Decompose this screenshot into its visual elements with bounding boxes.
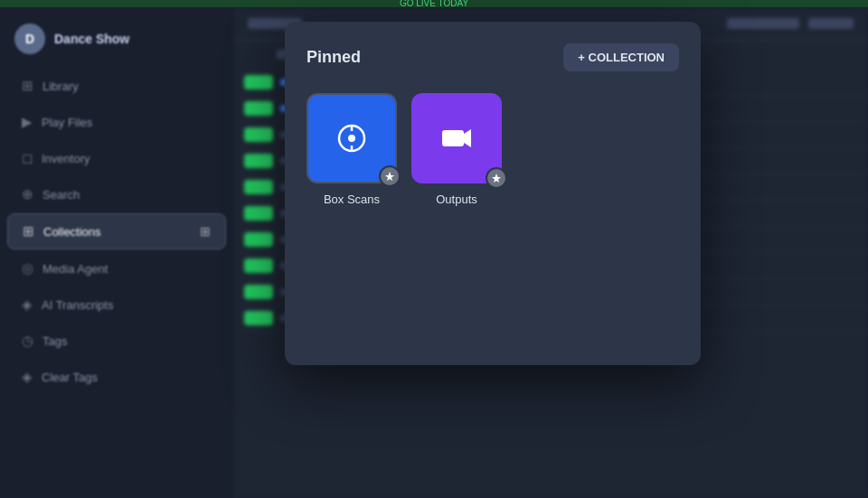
top-bar: GO LIVE TODAY	[0, 0, 868, 7]
svg-point-1	[348, 135, 355, 142]
svg-rect-4	[442, 130, 464, 146]
collection-item-outputs[interactable]: Outputs	[411, 93, 502, 206]
popup: Pinned + COLLECTION	[285, 22, 701, 365]
app-container: D Dance Show ⊞ Library ▶ Play Files ◻ In…	[0, 7, 868, 498]
collection-icon-bg-outputs	[411, 93, 502, 183]
collection-icon-bg-box-scans	[307, 93, 397, 183]
svg-marker-5	[464, 129, 471, 147]
pin-badge	[486, 167, 507, 189]
add-collection-button[interactable]: + COLLECTION	[563, 43, 679, 71]
satellite-icon	[332, 118, 372, 158]
collection-label-outputs: Outputs	[436, 193, 477, 206]
collection-grid: Box Scans	[307, 93, 679, 206]
popup-overlay: Pinned + COLLECTION	[0, 7, 868, 498]
collection-label-box-scans: Box Scans	[324, 193, 380, 206]
camera-icon	[437, 118, 476, 158]
collection-item-box-scans[interactable]: Box Scans	[307, 93, 397, 206]
add-collection-label: + COLLECTION	[578, 51, 665, 64]
popup-header: Pinned + COLLECTION	[307, 43, 679, 71]
popup-title: Pinned	[307, 48, 361, 67]
pin-badge	[379, 165, 401, 187]
